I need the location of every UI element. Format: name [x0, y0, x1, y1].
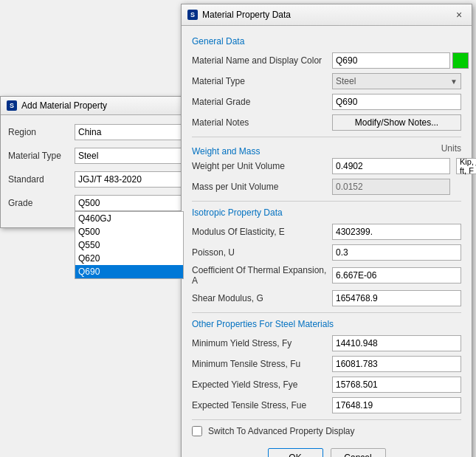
poisson-input[interactable]: [332, 244, 461, 261]
grade-option-q620[interactable]: Q620: [75, 252, 183, 265]
material-type-row-main: Material Type Steel ▼: [192, 73, 461, 89]
thermal-label: Coefficient Of Thermal Expansion, A: [192, 265, 332, 286]
main-window-content: General Data Material Name and Display C…: [182, 26, 472, 457]
standard-label: Standard: [8, 174, 75, 185]
separator-1: [192, 137, 461, 137]
grade-option-q550[interactable]: Q550: [75, 238, 183, 252]
shear-row: Shear Modulus, G: [192, 290, 461, 306]
separator-3: [192, 312, 461, 313]
material-grade-input[interactable]: [332, 94, 461, 110]
main-app-icon: S: [187, 10, 198, 20]
weight-volume-label: Weight per Unit Volume: [192, 161, 332, 171]
material-type-select[interactable]: Steel ▼: [332, 73, 461, 89]
min-yield-label: Minimum Yield Stress, Fy: [192, 338, 332, 348]
min-tensile-label: Minimum Tensile Stress, Fu: [192, 359, 332, 369]
material-type-label-main: Material Type: [192, 76, 332, 86]
other-section-title: Other Properties For Steel Materials: [192, 319, 461, 329]
cancel-button[interactable]: Cancel: [331, 448, 386, 457]
exp-tensile-label: Expected Tensile Stress, Fue: [192, 400, 332, 410]
material-name-row: Material Name and Display Color: [192, 52, 461, 69]
modulus-label: Modulus Of Elasticity, E: [192, 227, 332, 237]
advanced-row: Switch To Advanced Property Display: [192, 426, 461, 436]
add-material-window: S Add Material Property Region Material …: [0, 96, 192, 228]
min-yield-input[interactable]: [332, 335, 461, 351]
grade-option-q500[interactable]: Q500: [75, 225, 183, 238]
material-type-row: Material Type: [8, 148, 184, 164]
weight-volume-row: Weight per Unit Volume: [192, 158, 450, 174]
weight-volume-input[interactable]: [332, 158, 450, 174]
mass-volume-input: [332, 179, 450, 195]
ok-button[interactable]: OK: [268, 448, 323, 457]
units-label: Units: [441, 143, 461, 154]
mass-volume-row: Mass per Unit Volume: [192, 179, 450, 195]
exp-tensile-row: Expected Tensile Stress, Fue: [192, 397, 461, 413]
grade-option-q690[interactable]: Q690: [75, 265, 183, 278]
material-type-value: Steel: [336, 76, 356, 86]
add-material-title-bar: S Add Material Property: [1, 97, 191, 115]
weight-fields: Weight per Unit Volume Mass per Unit Vol…: [192, 158, 450, 195]
material-name-label: Material Name and Display Color: [192, 55, 332, 66]
material-type-input[interactable]: [75, 148, 193, 164]
grade-dropdown-container: Q460GJ Q500 Q550 Q620 Q690: [75, 195, 184, 211]
mass-volume-label: Mass per Unit Volume: [192, 182, 332, 192]
weight-section-title: Weight and Mass: [192, 146, 261, 157]
region-label: Region: [8, 127, 75, 137]
close-button[interactable]: ×: [452, 8, 466, 21]
material-notes-label: Material Notes: [192, 117, 332, 128]
thermal-input[interactable]: [332, 267, 461, 284]
exp-yield-label: Expected Yield Stress, Fye: [192, 379, 332, 390]
min-tensile-input[interactable]: [332, 356, 461, 372]
material-grade-label: Material Grade: [192, 97, 332, 107]
separator-4: [192, 419, 461, 420]
region-row: Region: [8, 124, 184, 140]
min-tensile-row: Minimum Tensile Stress, Fu: [192, 356, 461, 372]
grade-dropdown-list: Q460GJ Q500 Q550 Q620 Q690: [75, 211, 184, 279]
material-type-label: Material Type: [8, 151, 75, 161]
add-material-title: Add Material Property: [21, 100, 107, 111]
general-section-title: General Data: [192, 36, 461, 47]
grade-option-q460gj[interactable]: Q460GJ: [75, 212, 183, 225]
exp-yield-row: Expected Yield Stress, Fye: [192, 377, 461, 393]
isotropic-section-title: Isotropic Property Data: [192, 207, 461, 218]
color-swatch[interactable]: [452, 52, 469, 69]
advanced-label: Switch To Advanced Property Display: [208, 426, 355, 436]
modify-notes-button[interactable]: Modify/Show Notes...: [332, 114, 461, 131]
select-arrow-icon: ▼: [450, 78, 458, 86]
material-property-window: S Material Property Data × General Data …: [181, 4, 472, 457]
grade-row: Grade Q460GJ Q500 Q550 Q620 Q690: [8, 195, 184, 211]
grade-label: Grade: [8, 198, 75, 208]
thermal-row: Coefficient Of Thermal Expansion, A: [192, 265, 461, 286]
main-title-bar: S Material Property Data ×: [182, 4, 472, 26]
grade-input[interactable]: [75, 195, 184, 211]
exp-yield-input[interactable]: [332, 377, 461, 393]
exp-tensile-input[interactable]: [332, 397, 461, 413]
min-yield-row: Minimum Yield Stress, Fy: [192, 335, 461, 351]
material-grade-row: Material Grade: [192, 94, 461, 110]
main-window-title: Material Property Data: [202, 10, 448, 20]
standard-row: Standard: [8, 171, 184, 188]
shear-label: Shear Modulus, G: [192, 293, 332, 303]
poisson-row: Poisson, U: [192, 244, 461, 261]
poisson-label: Poisson, U: [192, 247, 332, 258]
dialog-buttons: OK Cancel: [192, 442, 461, 457]
units-dropdown[interactable]: Kip, ft, F ▼: [456, 158, 476, 174]
add-material-content: Region Material Type Standard Grade Q460…: [1, 115, 191, 227]
modulus-input[interactable]: [332, 224, 461, 240]
standard-input[interactable]: [75, 171, 193, 188]
shear-input[interactable]: [332, 290, 461, 306]
region-input[interactable]: [75, 124, 193, 140]
material-notes-row: Material Notes Modify/Show Notes...: [192, 114, 461, 131]
advanced-checkbox[interactable]: [192, 426, 202, 436]
modulus-row: Modulus Of Elasticity, E: [192, 224, 461, 240]
units-value: Kip, ft, F: [460, 157, 474, 175]
material-name-input[interactable]: [332, 52, 450, 69]
separator-2: [192, 201, 461, 202]
add-material-app-icon: S: [7, 100, 17, 111]
